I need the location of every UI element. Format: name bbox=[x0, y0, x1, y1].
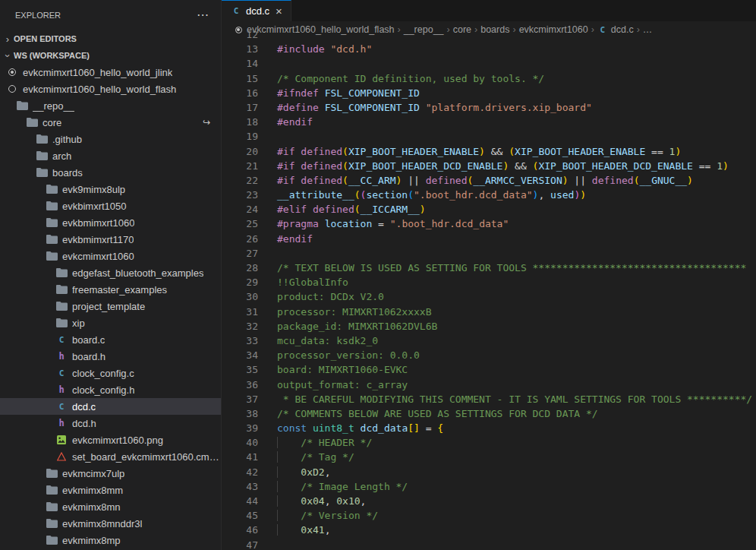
line-number[interactable]: 25 bbox=[222, 217, 258, 231]
line-number[interactable]: 42 bbox=[222, 465, 258, 479]
code-editor[interactable]: 1213#include "dcd.h"1415/* Component ID … bbox=[222, 27, 756, 550]
line-number[interactable]: 37 bbox=[222, 392, 258, 406]
line-number[interactable]: 39 bbox=[222, 421, 258, 435]
tree-item-boards[interactable]: boards bbox=[0, 164, 221, 181]
tree-item-evkcmimxrt1060.png[interactable]: evkcmimxrt1060.png bbox=[0, 431, 221, 448]
line-number[interactable]: 21 bbox=[222, 159, 258, 173]
code-line-16[interactable]: 16#ifndef FSL_COMPONENT_ID bbox=[222, 86, 756, 100]
line-number[interactable]: 45 bbox=[222, 508, 258, 523]
code-line-33[interactable]: 33mcu_data: ksdk2_0 bbox=[222, 333, 756, 348]
line-number[interactable]: 29 bbox=[222, 275, 258, 289]
tree-item-evkbmimxrt1170[interactable]: evkbmimxrt1170 bbox=[0, 231, 221, 248]
tab-dcd.c[interactable]: C dcd.c × bbox=[222, 0, 291, 21]
code-line-43[interactable]: 43 /* Image Length */ bbox=[222, 479, 756, 494]
code-line-46[interactable]: 46 0x41, bbox=[222, 523, 756, 537]
code-line-23[interactable]: 23__attribute__((section(".boot_hdr.dcd_… bbox=[222, 188, 756, 202]
tree-item-evkcmimxrt1060[interactable]: evkcmimxrt1060 bbox=[0, 248, 221, 264]
tree-item-evkmcimx7ulp[interactable]: evkmcimx7ulp bbox=[0, 465, 221, 482]
line-number[interactable]: 22 bbox=[222, 173, 258, 188]
line-number[interactable]: 38 bbox=[222, 406, 258, 421]
line-number[interactable]: 30 bbox=[222, 289, 258, 304]
line-number[interactable]: 26 bbox=[222, 232, 258, 246]
code-line-26[interactable]: 26#endif bbox=[222, 232, 756, 246]
code-line-44[interactable]: 44 0x04, 0x10, bbox=[222, 494, 756, 508]
open-editors-section-header[interactable]: › OPEN EDITORS bbox=[0, 30, 221, 47]
line-number[interactable]: 40 bbox=[222, 435, 258, 450]
code-line-39[interactable]: 39const uint8_t dcd_data[] = { bbox=[222, 421, 756, 435]
code-line-24[interactable]: 24#elif defined(__ICCARM__) bbox=[222, 202, 756, 217]
line-number[interactable]: 46 bbox=[222, 523, 258, 537]
line-number[interactable]: 24 bbox=[222, 202, 258, 217]
tree-item-clock_config.h[interactable]: hclock_config.h bbox=[0, 381, 221, 398]
code-line-25[interactable]: 25#pragma location = ".boot_hdr.dcd_data… bbox=[222, 217, 756, 231]
tree-item-evkcmimxrt1060_hello_world_flash[interactable]: evkcmimxrt1060_hello_world_flash bbox=[0, 81, 221, 97]
code-line-32[interactable]: 32package_id: MIMXRT1062DVL6B bbox=[222, 319, 756, 333]
code-line-17[interactable]: 17#define FSL_COMPONENT_ID "platform.dri… bbox=[222, 100, 756, 115]
code-line-30[interactable]: 30product: DCDx V2.0 bbox=[222, 289, 756, 304]
line-number[interactable]: 16 bbox=[222, 86, 258, 100]
tree-item-board.h[interactable]: hboard.h bbox=[0, 348, 221, 365]
code-line-36[interactable]: 36output_format: c_array bbox=[222, 378, 756, 392]
tree-item-freemaster_examples[interactable]: freemaster_examples bbox=[0, 281, 221, 298]
code-line-20[interactable]: 20#if defined(XIP_BOOT_HEADER_ENABLE) &&… bbox=[222, 144, 756, 159]
tree-item-edgefast_bluetooth_examples[interactable]: edgefast_bluetooth_examples bbox=[0, 264, 221, 281]
code-line-28[interactable]: 28/* TEXT BELOW IS USED AS SETTING FOR T… bbox=[222, 261, 756, 275]
line-number[interactable]: 23 bbox=[222, 188, 258, 202]
code-line-35[interactable]: 35board: MIMXRT1060-EVKC bbox=[222, 362, 756, 377]
more-actions-icon[interactable]: ⋯ bbox=[197, 9, 209, 21]
close-icon[interactable]: × bbox=[276, 5, 282, 17]
line-number[interactable]: 47 bbox=[222, 538, 258, 550]
code-line-37[interactable]: 37 * BE CAREFUL MODIFYING THIS COMMENT -… bbox=[222, 392, 756, 406]
code-line-42[interactable]: 42 0xD2, bbox=[222, 465, 756, 479]
line-number[interactable]: 32 bbox=[222, 319, 258, 333]
tree-item-dcd.c[interactable]: Cdcd.c bbox=[0, 398, 221, 415]
line-number[interactable]: 17 bbox=[222, 100, 258, 115]
code-line-19[interactable]: 19 bbox=[222, 129, 756, 144]
tree-item-evkmimx8mp[interactable]: evkmimx8mp bbox=[0, 532, 221, 548]
line-number[interactable]: 35 bbox=[222, 362, 258, 377]
code-line-29[interactable]: 29!!GlobalInfo bbox=[222, 275, 756, 289]
code-line-12[interactable]: 12 bbox=[222, 27, 756, 42]
line-number[interactable]: 15 bbox=[222, 71, 258, 86]
code-line-45[interactable]: 45 /* Version */ bbox=[222, 508, 756, 523]
line-number[interactable]: 28 bbox=[222, 261, 258, 275]
tree-item-board.c[interactable]: Cboard.c bbox=[0, 331, 221, 348]
line-number[interactable]: 27 bbox=[222, 246, 258, 261]
tree-item-evk9mimx8ulp[interactable]: evk9mimx8ulp bbox=[0, 181, 221, 198]
code-line-15[interactable]: 15/* Component ID definition, used by to… bbox=[222, 71, 756, 86]
line-number[interactable]: 18 bbox=[222, 115, 258, 129]
code-line-18[interactable]: 18#endif bbox=[222, 115, 756, 129]
code-line-31[interactable]: 31processor: MIMXRT1062xxxxB bbox=[222, 305, 756, 319]
tree-item-evkmimx8mnddr3l[interactable]: evkmimx8mnddr3l bbox=[0, 515, 221, 532]
code-line-41[interactable]: 41 /* Tag */ bbox=[222, 450, 756, 464]
tree-item-evkmimx8mn[interactable]: evkmimx8mn bbox=[0, 498, 221, 515]
code-line-27[interactable]: 27 bbox=[222, 246, 756, 261]
code-line-22[interactable]: 22#if defined(__CC_ARM) || defined(__ARM… bbox=[222, 173, 756, 188]
workspace-section-header[interactable]: › WS (WORKSPACE) bbox=[0, 47, 221, 64]
line-number[interactable]: 13 bbox=[222, 42, 258, 56]
line-number[interactable]: 43 bbox=[222, 479, 258, 494]
tree-item-project_template[interactable]: project_template bbox=[0, 298, 221, 315]
tree-item-__repo__[interactable]: __repo__ bbox=[0, 97, 221, 114]
code-line-38[interactable]: 38/* COMMENTS BELOW ARE USED AS SETTINGS… bbox=[222, 406, 756, 421]
code-line-21[interactable]: 21#if defined(XIP_BOOT_HEADER_DCD_ENABLE… bbox=[222, 159, 756, 173]
code-line-13[interactable]: 13#include "dcd.h" bbox=[222, 42, 756, 56]
tree-item-dcd.h[interactable]: hdcd.h bbox=[0, 415, 221, 431]
tree-item-clock_config.c[interactable]: Cclock_config.c bbox=[0, 365, 221, 381]
tree-item-.github[interactable]: .github bbox=[0, 131, 221, 147]
code-line-47[interactable]: 47 bbox=[222, 538, 756, 550]
code-line-34[interactable]: 34processor_version: 0.0.0 bbox=[222, 348, 756, 362]
line-number[interactable]: 20 bbox=[222, 144, 258, 159]
tree-item-evkmimx8mm[interactable]: evkmimx8mm bbox=[0, 482, 221, 498]
tree-item-core[interactable]: core↪ bbox=[0, 114, 221, 131]
line-number[interactable]: 14 bbox=[222, 56, 258, 71]
code-line-40[interactable]: 40 /* HEADER */ bbox=[222, 435, 756, 450]
line-number[interactable]: 33 bbox=[222, 333, 258, 348]
tree-item-evkcmimxrt1060_hello_world_jlink[interactable]: evkcmimxrt1060_hello_world_jlink bbox=[0, 64, 221, 81]
line-number[interactable]: 19 bbox=[222, 129, 258, 144]
tree-item-arch[interactable]: arch bbox=[0, 147, 221, 164]
line-number[interactable]: 41 bbox=[222, 450, 258, 464]
line-number[interactable]: 36 bbox=[222, 378, 258, 392]
tree-item-xip[interactable]: xip bbox=[0, 315, 221, 331]
line-number[interactable]: 44 bbox=[222, 494, 258, 508]
